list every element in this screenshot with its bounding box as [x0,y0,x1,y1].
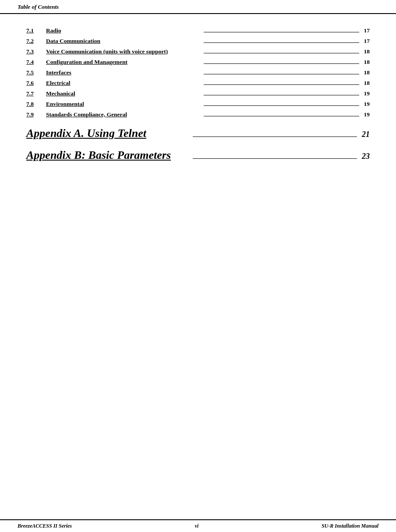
toc-page: 18 [361,69,370,76]
toc-dots [204,74,360,74]
toc-label: Data Communication [46,38,202,45]
toc-dots [204,32,360,32]
toc-label: Mechanical [46,90,202,97]
toc-label: Configuration and Management [46,59,202,66]
toc-dots [204,63,360,64]
footer-series: BreezeACCESS II Series [18,523,72,529]
appendix-dots [193,158,357,159]
toc-number: 7.5 [26,69,46,76]
appendix-dots [193,136,357,137]
toc-number: 7.2 [26,38,46,45]
toc-page: 17 [361,38,370,45]
toc-number: 7.9 [26,111,46,118]
footer-manual: SU-R Installation Manual [322,523,378,529]
toc-number: 7.8 [26,101,46,108]
toc-page: 18 [361,59,370,66]
footer-page-number: vi [195,523,199,529]
toc-item: 7.2 Data Communication 17 [26,38,370,45]
toc-entries: 7.1 Radio 17 7.2 Data Communication 17 7… [26,27,370,118]
appendix-page: 23 [359,152,370,161]
page-footer: BreezeACCESS II Series vi SU-R Installat… [0,519,396,532]
appendix-item: Appendix A. Using Telnet 21 [26,127,370,140]
toc-item: 7.7 Mechanical 19 [26,90,370,97]
toc-label: Electrical [46,80,202,87]
appendix-page: 21 [359,130,370,139]
toc-number: 7.6 [26,80,46,87]
toc-number: 7.4 [26,59,46,66]
toc-page: 17 [361,27,370,34]
header-title: Table of Contents [18,4,59,10]
toc-label: Radio [46,27,202,34]
toc-item: 7.1 Radio 17 [26,27,370,34]
appendix-entries: Appendix A. Using Telnet 21 Appendix B: … [26,127,370,162]
page-header: Table of Contents [0,0,396,14]
toc-item: 7.3 Voice Communication (units with voic… [26,48,370,55]
toc-item: 7.4 Configuration and Management 18 [26,59,370,66]
toc-page: 19 [361,101,370,108]
toc-number: 7.1 [26,27,46,34]
toc-label: Interfaces [46,69,202,76]
toc-number: 7.3 [26,48,46,55]
toc-dots [204,105,360,106]
main-content: 7.1 Radio 17 7.2 Data Communication 17 7… [0,14,396,204]
appendix-item: Appendix B: Basic Parameters 23 [26,149,370,162]
toc-label: Voice Communication (units with voice su… [46,48,202,55]
appendix-label: Appendix A. Using Telnet [26,127,191,140]
toc-item: 7.9 Standards Compliance, General 19 [26,111,370,118]
toc-dots [204,84,360,85]
toc-item: 7.8 Environmental 19 [26,101,370,108]
toc-label: Standards Compliance, General [46,111,202,118]
toc-dots [204,42,360,43]
appendix-label: Appendix B: Basic Parameters [26,149,191,162]
toc-dots [204,95,360,95]
toc-dots [204,116,360,116]
toc-page: 19 [361,90,370,97]
toc-page: 19 [361,111,370,118]
toc-label: Environmental [46,101,202,108]
toc-page: 18 [361,48,370,55]
toc-dots [204,53,360,53]
page-container: Table of Contents 7.1 Radio 17 7.2 Data … [0,0,396,532]
toc-page: 18 [361,80,370,87]
toc-item: 7.6 Electrical 18 [26,80,370,87]
toc-item: 7.5 Interfaces 18 [26,69,370,76]
toc-number: 7.7 [26,90,46,97]
